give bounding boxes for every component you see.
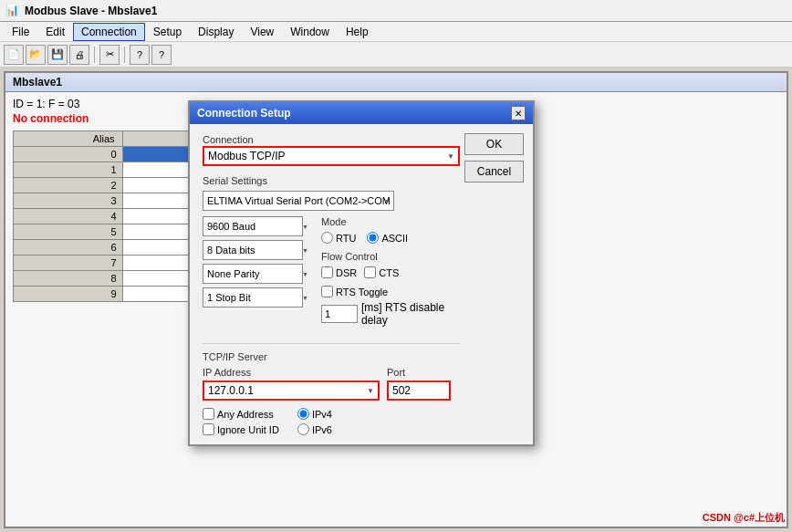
title-bar-text: Modbus Slave - Mbslave1 [25,5,157,17]
connection-section: Connection Modbus TCP/IP Modbus RTU Modb… [203,133,460,166]
parity-dropdown[interactable]: None Parity Even Parity Odd Parity [203,264,303,284]
toolbar-open[interactable]: 📂 [26,45,46,65]
mode-ascii-radio[interactable] [367,232,379,244]
serial-port-dropdown-wrapper: ELTIMA Virtual Serial Port (COM2->COM1) [203,191,394,211]
rts-toggle-label: RTS Toggle [336,287,388,297]
row-index: 2 [14,178,123,193]
mode-rtu-label: RTU [336,233,356,244]
baud-dropdown[interactable]: 9600 Baud 19200 Baud 38400 Baud [203,216,303,236]
menu-display[interactable]: Display [190,23,242,41]
parity-wrapper: None Parity Even Parity Odd Parity [203,264,312,284]
any-address-checkbox[interactable] [203,408,214,420]
cts-checkbox[interactable] [364,266,376,278]
connection-label: Connection [203,134,254,145]
toolbar-save[interactable]: 💾 [47,45,68,65]
row-index: 0 [14,147,123,162]
tcpip-label: TCP/IP Server [203,351,460,362]
rts-toggle-checkbox-label[interactable]: RTS Toggle [321,286,388,297]
serial-settings-section: Serial Settings ELTIMA Virtual Serial Po… [203,175,460,334]
mode-ascii[interactable]: ASCII [367,232,408,244]
serial-port-dropdown[interactable]: ELTIMA Virtual Serial Port (COM2->COM1) [203,191,394,211]
main-area: Mbslave1 ID = 1: F = 03 No connection Al… [0,68,792,532]
mode-rtu-radio[interactable] [321,232,333,244]
toolbar-help[interactable]: ? [130,45,150,65]
mode-label: Mode [321,216,460,227]
dsr-checkbox-label[interactable]: DSR [321,266,357,278]
menu-help[interactable]: Help [338,23,377,41]
title-bar: 📊 Modbus Slave - Mbslave1 [0,0,792,22]
col-alias: Alias [14,131,123,147]
cancel-button[interactable]: Cancel [464,161,524,183]
connection-setup-dialog: Connection Setup ✕ Connection Modbus TCP… [188,100,535,446]
ignore-unit-id-checkbox[interactable] [203,423,214,435]
ignore-unit-id-label[interactable]: Ignore Unit ID [203,423,279,435]
flow-control-checkboxes: DSR CTS RTS Toggle [321,266,460,297]
row-index: 5 [14,224,123,240]
row-index: 7 [14,256,123,271]
rts-delay-row: [ms] RTS disable delay [321,301,460,327]
dialog-close-button[interactable]: ✕ [511,106,526,120]
cts-checkbox-label[interactable]: CTS [364,266,399,278]
menu-file[interactable]: File [4,23,37,41]
any-address-label[interactable]: Any Address [203,408,279,420]
dialog-button-area: OK Cancel [464,133,524,183]
ip-dropdown-wrapper: 127.0.0.1 [203,381,380,401]
stopbit-wrapper: 1 Stop Bit 2 Stop Bits [203,287,312,308]
menu-view[interactable]: View [242,23,282,41]
toolbar-print[interactable]: 🖨 [69,45,89,65]
menu-window[interactable]: Window [282,23,338,41]
addr-col-left: Any Address Ignore Unit ID [203,408,279,435]
ok-button[interactable]: OK [464,133,524,155]
row-index: 4 [14,209,123,224]
dialog-title: Connection Setup [197,107,291,120]
rts-toggle-checkbox[interactable] [321,286,333,297]
app-icon: 📊 [5,4,20,18]
menu-bar: File Edit Connection Setup Display View … [0,22,792,42]
baud-wrapper: 9600 Baud 19200 Baud 38400 Baud [203,216,312,236]
stopbit-dropdown[interactable]: 1 Stop Bit 2 Stop Bits [203,287,303,308]
ipv6-text: IPv6 [312,424,332,435]
toolbar-help2[interactable]: ? [151,45,172,65]
serial-settings-label: Serial Settings [203,175,460,186]
toolbar-new[interactable]: 📄 [4,45,24,65]
tcpip-row: IP Address 127.0.0.1 Port [203,367,460,401]
toolbar-sep-1 [94,47,95,63]
serial-left: 9600 Baud 19200 Baud 38400 Baud 8 Data b… [203,216,312,334]
port-input[interactable] [387,381,451,401]
serial-two-col: 9600 Baud 19200 Baud 38400 Baud 8 Data b… [203,216,460,334]
toolbar-cut[interactable]: ✂ [99,45,120,65]
ignore-unit-id-text: Ignore Unit ID [217,424,279,435]
flow-control-label: Flow Control [321,251,460,262]
rts-delay-input[interactable] [321,305,358,323]
any-address-text: Any Address [217,409,274,420]
flow-control-section: Flow Control DSR CTS [321,251,460,327]
port-label: Port [387,367,460,378]
ipv4-radio[interactable] [297,408,309,420]
ipv4-radio-label[interactable]: IPv4 [297,408,332,420]
databits-wrapper: 8 Data bits 7 Data bits [203,240,312,260]
toolbar: 📄 📂 💾 🖨 ✂ ? ? [0,42,792,68]
port-group: Port [387,367,460,401]
doc-title-bar: Mbslave1 [5,73,787,92]
menu-connection[interactable]: Connection [73,23,145,41]
menu-edit[interactable]: Edit [37,23,73,41]
doc-window: Mbslave1 ID = 1: F = 03 No connection Al… [4,71,788,528]
databits-dropdown[interactable]: 8 Data bits 7 Data bits [203,240,303,260]
connection-dropdown[interactable]: Modbus TCP/IP Modbus RTU Modbus ASCII [203,146,460,166]
mode-ascii-label: ASCII [381,233,408,244]
ipv6-radio[interactable] [297,423,309,435]
dsr-checkbox[interactable] [321,266,333,278]
row-index: 9 [14,287,123,302]
tcpip-section: TCP/IP Server IP Address 127.0.0.1 [203,343,460,435]
dsr-label: DSR [336,267,357,278]
row-index: 3 [14,193,123,209]
mode-radio-group: RTU ASCII [321,232,460,244]
ipv4-text: IPv4 [312,409,332,420]
ipv6-radio-label[interactable]: IPv6 [297,423,332,435]
toolbar-sep-2 [124,47,125,63]
mode-rtu[interactable]: RTU [321,232,356,244]
row-index: 8 [14,271,123,287]
menu-setup[interactable]: Setup [145,23,190,41]
serial-right: Mode RTU ASCII [321,216,460,334]
ip-address-dropdown[interactable]: 127.0.0.1 [203,381,380,401]
